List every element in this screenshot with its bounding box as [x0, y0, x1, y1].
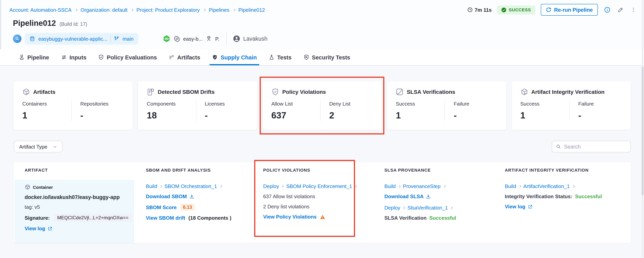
deny-list-violations: 2 Deny list violations — [263, 204, 310, 210]
view-log-link[interactable]: View log — [25, 226, 45, 232]
divider — [110, 35, 111, 42]
card-policy-violations: Policy Violations Allow List 637 Deny Li… — [263, 81, 382, 130]
breadcrumb-pipeline012[interactable]: Pipeline012 — [238, 7, 265, 13]
tab-inputs[interactable]: Inputs — [61, 49, 86, 65]
clock-icon — [467, 7, 473, 12]
metric-label: Licenses — [205, 101, 251, 107]
metric-label: Failure — [578, 101, 624, 107]
execution-meta-row: easybuggy-vulnerable-applic... main easy… — [13, 32, 268, 45]
tab-policy-evaluations[interactable]: Policy Evaluations — [98, 49, 157, 65]
step-link[interactable]: ArtifactVerification_1 — [523, 183, 570, 189]
breadcrumb-organization[interactable]: Organization: default — [80, 7, 128, 13]
stage-link[interactable]: Build — [384, 183, 396, 189]
page-title: Pipeline012 — [13, 19, 56, 28]
stage-link[interactable]: Build — [146, 183, 157, 189]
breadcrumb-account[interactable]: Account: Automation-SSCA — [10, 7, 72, 13]
breadcrumb-pipelines[interactable]: Pipelines — [209, 7, 230, 13]
step-link[interactable]: SBOM Orchestration_1 — [164, 183, 217, 189]
tab-artifacts[interactable]: Artifacts — [169, 49, 200, 65]
chevron-right-icon — [354, 185, 357, 188]
metric-value: 18 — [147, 110, 196, 121]
chevron-right-icon — [160, 185, 162, 188]
edit-pencil-icon[interactable] — [617, 6, 624, 14]
signature-value[interactable]: MEQCICde2Vjl...L+2+mqnOXw== — [54, 214, 132, 222]
kebab-menu-icon[interactable] — [630, 6, 637, 14]
chevron-right-icon — [232, 8, 235, 11]
build-step-label[interactable]: easy-b... — [183, 36, 203, 42]
scrollbar-thumb[interactable] — [642, 66, 644, 196]
delegate-icon — [206, 36, 212, 42]
summary-cards: Artifacts Containers 1 Repositories - — [14, 81, 631, 130]
chevron-right-icon — [75, 8, 78, 11]
search-input[interactable] — [564, 144, 626, 150]
sbom-score-link[interactable]: SBOM Score — [146, 204, 177, 210]
artifact-type-dropdown[interactable]: Artifact Type — [14, 141, 62, 152]
shield-check-icon — [271, 88, 279, 96]
step-link[interactable]: ProvenanceStep — [403, 183, 440, 189]
chevron-down-icon — [53, 144, 57, 149]
info-icon[interactable] — [603, 6, 611, 14]
tab-pipeline[interactable]: Pipeline — [19, 49, 49, 65]
artifact-tag: tag: v5 — [25, 204, 40, 210]
card-artifact-integrity: Artifact Integrity Verification Success … — [512, 81, 631, 130]
step-link[interactable]: SlsaVerification_1 — [408, 205, 448, 211]
download-slsa-link[interactable]: Download SLSA — [384, 194, 424, 199]
integrity-status-value: Successful — [575, 194, 602, 199]
divider — [226, 32, 227, 45]
allow-list-violations: 637 Allow list violations — [263, 194, 315, 199]
step-link[interactable]: SBOM Policy Enforcement_1 — [286, 183, 352, 189]
branch-link[interactable]: main — [122, 36, 134, 42]
integrity-status-label: Integrity Verification Status: — [505, 194, 572, 199]
code-repo-icon — [29, 36, 35, 42]
stage-link[interactable]: Deploy — [263, 183, 279, 189]
column-header-integrity: ARTIFACT INTEGRITY VERIFICATION — [494, 162, 631, 175]
tab-supply-chain[interactable]: Supply Chain — [212, 49, 257, 65]
column-header-policy-violations: POLICY VIOLATIONS — [252, 162, 374, 175]
sbom-score-badge: 6.13 — [180, 204, 195, 211]
container-cube-icon — [25, 184, 30, 190]
stage-link[interactable]: Build — [505, 183, 516, 189]
gear-icon[interactable] — [174, 36, 180, 42]
build-id-label: (Build Id: 17) — [60, 22, 87, 27]
chevron-right-icon — [572, 185, 574, 188]
delegate-initial-label[interactable]: P. — [215, 36, 219, 42]
download-sbom-link[interactable]: Download SBOM — [146, 194, 187, 199]
stage-link[interactable]: Deploy — [384, 205, 400, 211]
rerun-pipeline-button[interactable]: Re-run Pipeline — [541, 4, 598, 16]
column-header-slsa-provenance: SLSA PROVENANCE — [374, 162, 494, 175]
shield-check-icon — [98, 54, 104, 60]
metric-value: 637 — [271, 110, 320, 121]
metric-value: 1 — [396, 110, 444, 121]
metric-label: Allow List — [271, 101, 320, 107]
chevron-right-icon — [402, 206, 405, 209]
tab-security-tests[interactable]: Security Tests — [303, 49, 350, 65]
policy-violations-cell: Deploy SBOM Policy Enforcement_1 637 All… — [252, 175, 374, 243]
chevron-right-icon — [518, 185, 521, 188]
artifact-type-label: Container — [33, 185, 53, 190]
tab-bar: Pipeline Inputs Policy Evaluations Artif… — [0, 49, 644, 66]
status-badge: SUCCESS — [497, 5, 535, 14]
artifacts-table: ARTIFACT SBOM AND DRIFT ANALYSIS POLICY … — [14, 162, 631, 243]
metric-value: 1 — [22, 110, 71, 121]
signature-label: Signature: — [25, 215, 50, 221]
supply-chain-shield-icon — [212, 54, 218, 60]
view-sbom-drift-link[interactable]: View SBOM drift — [146, 215, 185, 221]
breadcrumb-project[interactable]: Project: Product Exploratory — [136, 7, 200, 13]
tab-tests[interactable]: Tests — [268, 49, 292, 65]
view-log-link[interactable]: View log — [505, 204, 525, 210]
cube-icon — [520, 88, 528, 96]
chevron-right-icon — [219, 185, 222, 188]
repository-pill: easybuggy-vulnerable-applic... main — [25, 33, 138, 44]
pipeline-icon — [19, 54, 25, 60]
view-policy-violations-link[interactable]: View Policy Violations — [263, 214, 317, 220]
download-icon[interactable] — [426, 194, 431, 199]
metric-value: - — [205, 110, 251, 121]
download-icon[interactable] — [189, 194, 194, 199]
repository-link[interactable]: easybuggy-vulnerable-applic... — [38, 36, 107, 42]
card-slsa-verifications: SLSA Verifications Success 1 Failure - — [387, 81, 506, 130]
metric-value: 1 — [520, 110, 569, 121]
card-sbom-drifts: Detected SBOM Drifts Components 18 Licen… — [138, 81, 257, 130]
drift-components-note: (18 Components ) — [188, 215, 232, 221]
search-icon — [556, 144, 561, 149]
metric-value: - — [454, 110, 500, 121]
